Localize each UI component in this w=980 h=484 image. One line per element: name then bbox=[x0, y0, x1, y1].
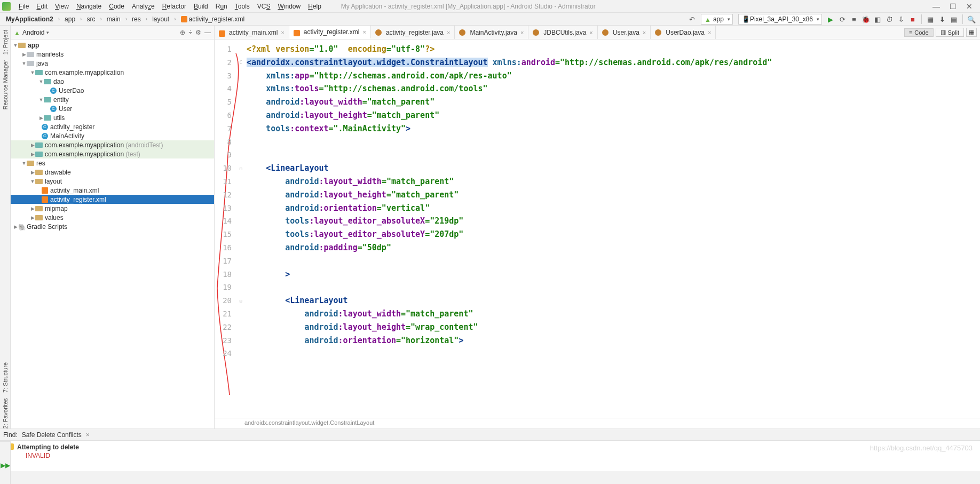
crumb-main[interactable]: main bbox=[103, 14, 124, 24]
settings-gear-icon[interactable]: ⚙ bbox=[195, 29, 201, 36]
menu-run[interactable]: Run bbox=[212, 3, 231, 10]
rail-structure[interactable]: 7: Structure bbox=[2, 362, 9, 393]
line-gutter: 12C345678910⊟11121314151617181920⊟212223… bbox=[215, 39, 244, 418]
project-panel-header: ▲ Android ▾ ⊕ ÷ ⚙ — bbox=[11, 26, 214, 39]
device-icon: 📱 bbox=[742, 15, 750, 23]
device-combo[interactable]: 📱Pixel_3a_API_30_x86 bbox=[738, 14, 822, 25]
tree-item-selected: activity_register.xml bbox=[11, 195, 214, 204]
module-icon bbox=[18, 43, 26, 48]
class-icon: C bbox=[50, 106, 57, 112]
java-file-icon bbox=[375, 29, 382, 36]
code-content[interactable]: <?xml version="1.0" encoding="utf-8"?> <… bbox=[244, 39, 980, 418]
folder-icon bbox=[35, 179, 43, 184]
sdk-manager-icon[interactable]: ⬇ bbox=[937, 14, 947, 25]
menu-analyze[interactable]: Analyze bbox=[128, 3, 159, 10]
crumb-src[interactable]: src bbox=[83, 14, 99, 24]
stop-icon[interactable]: ■ bbox=[907, 14, 918, 25]
run-config-combo[interactable]: ▲app bbox=[701, 14, 733, 25]
close-icon[interactable]: × bbox=[589, 29, 592, 36]
close-icon[interactable]: × bbox=[708, 29, 711, 36]
window-maximize-icon[interactable]: ☐ bbox=[950, 2, 957, 11]
menu-tools[interactable]: Tools bbox=[231, 3, 254, 10]
scroll-from-icon[interactable]: ÷ bbox=[188, 29, 192, 36]
search-everywhere-icon[interactable]: 🔍 bbox=[966, 14, 977, 25]
close-icon[interactable]: × bbox=[643, 29, 646, 36]
crumb-project[interactable]: MyApplication2 bbox=[2, 14, 57, 24]
package-icon bbox=[35, 70, 43, 75]
editor-breadcrumb-path[interactable]: androidx.constraintlayout.widget.Constra… bbox=[215, 418, 980, 429]
view-mode-design[interactable]: ▦ bbox=[966, 28, 977, 37]
folder-icon bbox=[27, 52, 34, 57]
java-file-icon bbox=[459, 29, 465, 36]
menu-edit[interactable]: Edit bbox=[33, 3, 51, 10]
close-icon[interactable]: × bbox=[520, 29, 524, 36]
collapse-all-icon[interactable]: — bbox=[204, 29, 211, 36]
nav-back-icon[interactable]: ↶ bbox=[687, 14, 698, 25]
folder-icon bbox=[35, 206, 43, 211]
menu-build[interactable]: Build bbox=[190, 3, 212, 10]
rail-resource-manager[interactable]: Resource Manager bbox=[2, 60, 9, 110]
class-icon: C bbox=[50, 88, 57, 94]
close-icon[interactable]: × bbox=[281, 29, 284, 36]
run-indicator-icon[interactable]: ▶▶ bbox=[1, 462, 10, 469]
watermark-text: https://blog.csdn.net/qq_4475703 bbox=[870, 444, 973, 452]
crumb-res[interactable]: res bbox=[128, 14, 145, 24]
invalid-label: INVALID bbox=[26, 452, 976, 459]
close-icon[interactable]: × bbox=[363, 29, 366, 35]
menu-navigate[interactable]: Navigate bbox=[73, 3, 105, 10]
find-title: Safe Delete Conflicts bbox=[22, 431, 82, 439]
profile-icon[interactable]: ⏱ bbox=[884, 14, 895, 25]
avd-manager-icon[interactable]: ▦ bbox=[925, 14, 936, 25]
menu-refactor[interactable]: Refactor bbox=[159, 3, 190, 10]
crumb-app[interactable]: app bbox=[61, 14, 79, 24]
close-icon[interactable]: × bbox=[447, 29, 450, 36]
project-tool-window: ▲ Android ▾ ⊕ ÷ ⚙ — ▼app ▶manifests ▼jav… bbox=[11, 26, 215, 429]
menu-file[interactable]: File bbox=[15, 3, 33, 10]
view-mode-split[interactable]: ▥ Split bbox=[936, 28, 964, 37]
tab-user-dao[interactable]: UserDao.java× bbox=[651, 26, 716, 39]
rail-favorites[interactable]: 2: Favorites bbox=[2, 398, 9, 429]
project-view-name[interactable]: Android bbox=[22, 29, 44, 36]
package-icon bbox=[35, 142, 43, 148]
package-icon bbox=[44, 79, 51, 84]
close-icon[interactable]: × bbox=[86, 431, 90, 439]
code-editor[interactable]: 12C345678910⊟11121314151617181920⊟212223… bbox=[215, 39, 980, 418]
attach-debugger-icon[interactable]: ⇩ bbox=[896, 14, 906, 25]
editor-tabs: activity_main.xml× activity_register.xml… bbox=[215, 26, 980, 39]
menu-vcs[interactable]: VCS bbox=[254, 3, 274, 10]
coverage-icon[interactable]: ◧ bbox=[872, 14, 883, 25]
tab-activity-register-java[interactable]: activity_register.java× bbox=[371, 26, 455, 39]
find-label: Find: bbox=[3, 431, 18, 439]
tab-jdbc-utils[interactable]: JDBCUtils.java× bbox=[528, 26, 597, 39]
run-toolbar: ↶ ▲app 📱Pixel_3a_API_30_x86 ▶ ⟳ ≡ 🐞 ◧ ⏱ … bbox=[687, 14, 977, 25]
xml-file-icon bbox=[181, 16, 187, 22]
debug-button-icon[interactable]: 🐞 bbox=[860, 14, 871, 25]
window-minimize-icon[interactable]: — bbox=[932, 2, 940, 11]
apply-changes-icon[interactable]: ⟳ bbox=[837, 14, 848, 25]
tab-user[interactable]: User.java× bbox=[598, 26, 651, 39]
rail-project[interactable]: 1: Project bbox=[2, 30, 9, 54]
folder-icon bbox=[35, 215, 43, 220]
window-close-icon[interactable]: ✕ bbox=[966, 2, 973, 11]
folder-icon bbox=[35, 170, 43, 175]
project-tree[interactable]: ▼app ▶manifests ▼java ▼com.example.myapp… bbox=[11, 39, 214, 429]
crumb-layout[interactable]: layout bbox=[148, 14, 173, 24]
view-mode-code[interactable]: ≡ Code bbox=[904, 28, 934, 37]
menu-help[interactable]: Help bbox=[304, 3, 325, 10]
menu-window[interactable]: Window bbox=[274, 3, 304, 10]
package-icon bbox=[44, 97, 51, 102]
java-file-icon bbox=[533, 29, 539, 36]
tab-main-activity[interactable]: MainActivity.java× bbox=[455, 26, 528, 39]
apply-code-icon[interactable]: ≡ bbox=[849, 14, 859, 25]
menu-code[interactable]: Code bbox=[105, 3, 128, 10]
resource-manager-icon[interactable]: ▤ bbox=[949, 14, 959, 25]
run-button-icon[interactable]: ▶ bbox=[825, 14, 836, 25]
tab-activity-main[interactable]: activity_main.xml× bbox=[215, 26, 289, 39]
select-opened-icon[interactable]: ⊕ bbox=[180, 29, 185, 36]
xml-file-icon bbox=[42, 196, 48, 203]
java-file-icon bbox=[602, 29, 608, 36]
tab-activity-register-xml[interactable]: activity_register.xml× bbox=[289, 26, 371, 39]
crumb-file[interactable]: activity_register.xml bbox=[177, 14, 249, 24]
menu-view[interactable]: View bbox=[51, 3, 73, 10]
menu-bar: File Edit View Navigate Code Analyze Ref… bbox=[0, 0, 980, 13]
